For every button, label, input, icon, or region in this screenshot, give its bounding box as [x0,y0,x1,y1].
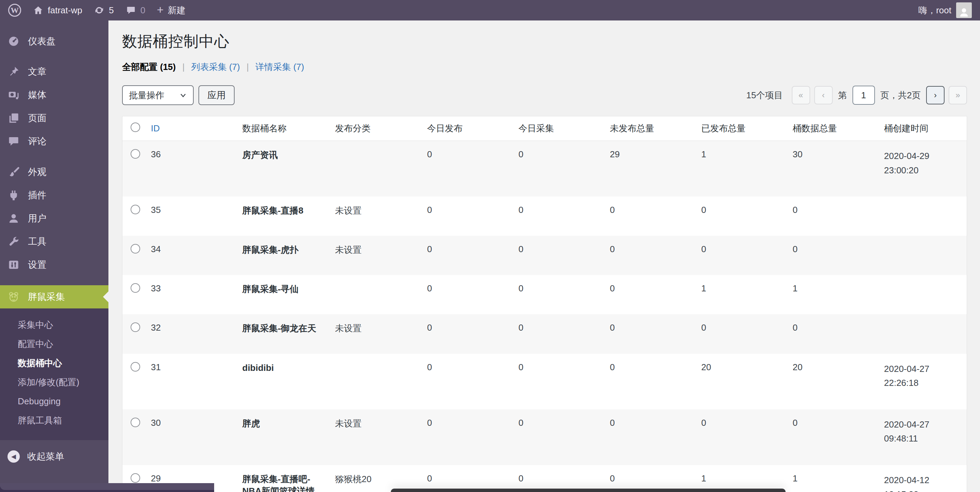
submenu-item[interactable]: 采集中心 [0,315,108,334]
cell-category: 未设置 [328,409,420,465]
sidebar-item-tools[interactable]: 工具 [0,230,108,253]
tools-icon [8,235,22,248]
table-row: 29 胖鼠采集-直播吧-NBA新闻篮球详情页 猕猴桃20 0 0 0 1 1 2… [123,465,967,492]
site-name: fatrat-wp [48,5,82,16]
filter-detail-collect[interactable]: 详情采集 (7) [255,62,304,72]
account-menu[interactable]: 嗨，root [918,2,972,18]
cell-category [328,275,420,314]
apply-button[interactable]: 应用 [199,85,235,105]
filter-all[interactable]: 全部配置 (15) [122,62,176,72]
cell-id: 30 [144,409,235,465]
row-checkbox[interactable] [130,418,140,427]
sidebar-item-label: 工具 [28,235,46,248]
cell-published: 20 [695,354,786,409]
cell-total: 0 [786,236,877,275]
submenu-item[interactable]: 添加/修改(配置) [0,372,108,392]
comments-indicator[interactable]: 0 [126,5,145,16]
cell-today-collected: 0 [512,196,603,236]
cell-bucket-name: dibidibi [235,354,328,409]
prev-page-button[interactable]: ‹ [814,86,833,104]
sidebar-item-label: 插件 [28,189,46,201]
cell-total: 0 [786,409,877,465]
cell-today-collected: 0 [512,236,603,275]
cell-today-published: 0 [420,141,512,197]
cell-category: 未设置 [328,236,420,275]
cell-bucket-name: 房产资讯 [235,141,328,197]
row-checkbox[interactable] [130,205,140,214]
cell-today-collected: 0 [512,275,603,314]
cell-id: 31 [144,354,235,409]
admin-top-bar: W fatrat-wp 5 0 + 新建 嗨，root [0,0,980,21]
sidebar-item-settings[interactable]: 设置 [0,253,108,276]
comment-bubble-icon [126,5,137,16]
cell-unpublished: 0 [603,275,695,314]
cell-unpublished: 0 [603,465,695,492]
cell-category: 未设置 [328,314,420,353]
cell-category [328,354,420,409]
updates-indicator[interactable]: 5 [94,5,113,16]
users-icon [8,212,22,225]
cell-created [877,236,967,275]
cell-created: 2020-04-27 09:48:11 [877,409,967,465]
cell-unpublished: 0 [603,314,695,353]
new-label: 新建 [168,5,186,16]
cell-bucket-name: 胖虎 [235,409,328,465]
table-row: 30 胖虎 未设置 0 0 0 0 0 2020-04-27 09:48:11 [123,409,967,465]
sidebar-item-plugins[interactable]: 插件 [0,184,108,207]
wordpress-menu[interactable]: W [8,4,21,17]
collapse-menu-button[interactable]: ◀ 收起菜单 [0,445,108,468]
submenu-item[interactable]: 胖鼠工具箱 [0,411,108,430]
next-page-button[interactable]: › [926,86,945,104]
pages-icon [8,111,22,125]
sidebar-item-dashboard[interactable]: 仪表盘 [0,30,108,53]
new-content-menu[interactable]: + 新建 [157,5,186,16]
row-checkbox[interactable] [130,473,140,483]
cell-bucket-name: 胖鼠采集-直播8 [235,196,328,236]
sidebar-item-media[interactable]: 媒体 [0,83,108,107]
sidebar-item-users[interactable]: 用户 [0,207,108,230]
window-bottom-edge [0,483,214,490]
filter-list-collect[interactable]: 列表采集 (7) [191,62,240,72]
sidebar-item-posts[interactable]: 文章 [0,60,108,83]
submenu-item[interactable]: 数据桶中心 [0,353,108,372]
submenu-item[interactable]: 配置中心 [0,334,108,353]
sidebar-item-comments[interactable]: 评论 [0,129,108,153]
submenu-item[interactable]: Debugging [0,392,108,411]
greeting-text: 嗨，root [918,5,951,16]
cell-today-published: 0 [420,275,512,314]
sidebar-item-appearance[interactable]: 外观 [0,160,108,184]
bulk-action-select[interactable]: 批量操作 [122,85,194,105]
cell-unpublished: 0 [603,409,695,465]
pagination: 15个项目 « ‹ 第 页，共2页 › » [746,86,967,105]
sidebar-item-label: 仪表盘 [28,35,56,48]
first-page-button[interactable]: « [792,86,810,104]
row-checkbox[interactable] [130,362,140,372]
cell-bucket-name: 胖鼠采集-直播吧-NBA新闻篮球详情页 [235,465,328,492]
fatrat-submenu: 采集中心配置中心数据桶中心添加/修改(配置)Debugging胖鼠工具箱 [0,308,108,440]
cell-id: 33 [144,275,235,314]
cell-today-collected: 0 [512,465,603,492]
row-checkbox[interactable] [130,244,140,254]
column-header-created: 桶创建时间 [877,117,967,141]
row-checkbox[interactable] [130,149,140,159]
updates-count: 5 [109,5,113,16]
row-checkbox[interactable] [130,283,140,293]
cell-created [877,196,967,236]
site-home-link[interactable]: fatrat-wp [33,5,82,16]
column-header-today-collected: 今日采集 [512,117,603,141]
sidebar-item-fatrat-collect[interactable]: 胖鼠采集 [0,285,108,308]
sidebar-item-pages[interactable]: 页面 [0,107,108,129]
current-page-input[interactable] [853,86,875,105]
last-page-button[interactable]: » [949,86,967,104]
table-row: 34 胖鼠采集-虎扑 未设置 0 0 0 0 0 [123,236,967,275]
select-all-checkbox[interactable] [130,123,140,132]
cell-created [877,275,967,314]
sidebar-item-label: 胖鼠采集 [28,291,65,303]
cell-today-collected: 0 [512,141,603,197]
cell-published: 1 [695,141,786,197]
cell-category [328,141,420,197]
column-header-id[interactable]: ID [151,123,160,133]
collapse-label: 收起菜单 [27,450,64,463]
row-checkbox[interactable] [130,323,140,332]
column-header-total: 桶数据总量 [786,117,877,141]
